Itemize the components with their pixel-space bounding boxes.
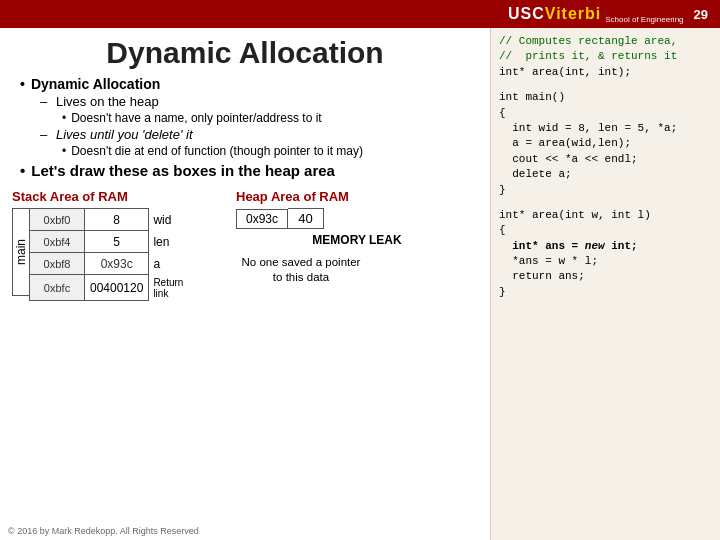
usc-text: USC	[508, 5, 545, 22]
code-comment-1: // Computes rectangle area,	[499, 34, 712, 49]
slide-body: Dynamic Allocation Dynamic Allocation Li…	[0, 28, 720, 540]
code-main-open: {	[499, 106, 712, 121]
stack-val-3: 00400120	[85, 275, 149, 301]
sub-sub-die: Doesn't die at end of function (though p…	[62, 144, 478, 158]
code-area-open: {	[499, 223, 712, 238]
memory-leak-label: MEMORY LEAK	[236, 233, 478, 247]
code-section-3: int* area(int w, int l) { int* ans = new…	[499, 208, 712, 300]
stack-section: Stack Area of RAM main 0xbf0 8 wid 0xbf4…	[12, 189, 212, 301]
heap-val: 40	[288, 208, 324, 229]
usc-logo: USCViterbi	[508, 5, 601, 23]
code-section-1: // Computes rectangle area, // prints it…	[499, 34, 712, 80]
no-pointer-note: No one saved a pointer to this data	[236, 255, 366, 285]
sub-sub-no-name: Doesn't have a name, only pointer/addres…	[62, 111, 478, 125]
heap-section: Heap Area of RAM 0x93c 40 MEMORY LEAK No…	[232, 189, 478, 301]
stack-wrapper: main 0xbf0 8 wid 0xbf4 5 len	[12, 208, 212, 301]
stack-addr-1: 0xbf4	[30, 231, 85, 253]
sub-sub-no-name-text: Doesn't have a name, only pointer/addres…	[71, 111, 321, 125]
code-main-line4: delete a;	[499, 167, 712, 182]
bullet-dynamic-allocation: Dynamic Allocation	[20, 76, 478, 92]
stack-var-3: Returnlink	[149, 275, 204, 301]
stack-addr-0: 0xbf0	[30, 209, 85, 231]
stack-addr-3: 0xbfc	[30, 275, 85, 301]
viterbi-text: Viterbi	[545, 5, 602, 22]
table-row: 0xbfc 00400120 Returnlink	[30, 275, 204, 301]
code-area-line2: *ans = w * l;	[499, 254, 712, 269]
table-row: 0xbf0 8 wid	[30, 209, 204, 231]
sub-bullet-heap: Lives on the heap	[40, 94, 478, 109]
heap-addr: 0x93c	[236, 209, 288, 229]
stack-label: Stack Area of RAM	[12, 189, 212, 204]
code-main-sig: int main()	[499, 90, 712, 105]
sub-bullet-delete: Lives until you 'delete' it	[40, 127, 478, 142]
stack-addr-2: 0xbf8	[30, 253, 85, 275]
left-panel: Dynamic Allocation Dynamic Allocation Li…	[0, 28, 490, 540]
stack-var-0: wid	[149, 209, 204, 231]
code-area-close: }	[499, 285, 712, 300]
stack-val-2: 0x93c	[85, 253, 149, 275]
stack-var-2: a	[149, 253, 204, 275]
code-main-line3: cout << *a << endl;	[499, 152, 712, 167]
stack-table: 0xbf0 8 wid 0xbf4 5 len 0xbf8 0x93c	[29, 208, 204, 301]
stack-val-1: 5	[85, 231, 149, 253]
right-panel: // Computes rectangle area, // prints it…	[490, 28, 720, 540]
slide-title: Dynamic Allocation	[12, 36, 478, 70]
code-prototype: int* area(int, int);	[499, 65, 712, 80]
code-main-line2: a = area(wid,len);	[499, 136, 712, 151]
stack-val-0: 8	[85, 209, 149, 231]
bullet-draw-boxes: Let's draw these as boxes in the heap ar…	[20, 162, 478, 179]
bullet1-text: Dynamic Allocation	[31, 76, 160, 92]
sub-bullet-heap-text: Lives on the heap	[56, 94, 159, 109]
heap-label: Heap Area of RAM	[236, 189, 478, 204]
bullet2-text: Let's draw these as boxes in the heap ar…	[31, 162, 335, 179]
school-text: School of Engineering	[605, 15, 683, 24]
code-main-close: }	[499, 183, 712, 198]
table-row: 0xbf4 5 len	[30, 231, 204, 253]
sub-bullet-delete-text: Lives until you 'delete' it	[56, 127, 193, 142]
code-area-sig: int* area(int w, int l)	[499, 208, 712, 223]
top-bar: USCViterbi School of Engineering 29	[0, 0, 720, 28]
sub-sub-die-text: Doesn't die at end of function (though p…	[71, 144, 363, 158]
main-label: main	[12, 208, 30, 296]
code-area-line1: int* ans = new int;	[499, 239, 712, 254]
stack-var-1: len	[149, 231, 204, 253]
heap-box: 0x93c 40	[236, 208, 478, 229]
slide-number: 29	[694, 7, 708, 22]
code-comment-2: // prints it, & returns it	[499, 49, 712, 64]
diagram-area: Stack Area of RAM main 0xbf0 8 wid 0xbf4…	[12, 189, 478, 301]
heap-box-area: 0x93c 40 MEMORY LEAK No one saved a poin…	[236, 208, 478, 285]
footer: © 2016 by Mark Redekopp. All Rights Rese…	[8, 526, 199, 536]
code-area-line3: return ans;	[499, 269, 712, 284]
code-section-2: int main() { int wid = 8, len = 5, *a; a…	[499, 90, 712, 198]
table-row: 0xbf8 0x93c a	[30, 253, 204, 275]
code-main-line1: int wid = 8, len = 5, *a;	[499, 121, 712, 136]
